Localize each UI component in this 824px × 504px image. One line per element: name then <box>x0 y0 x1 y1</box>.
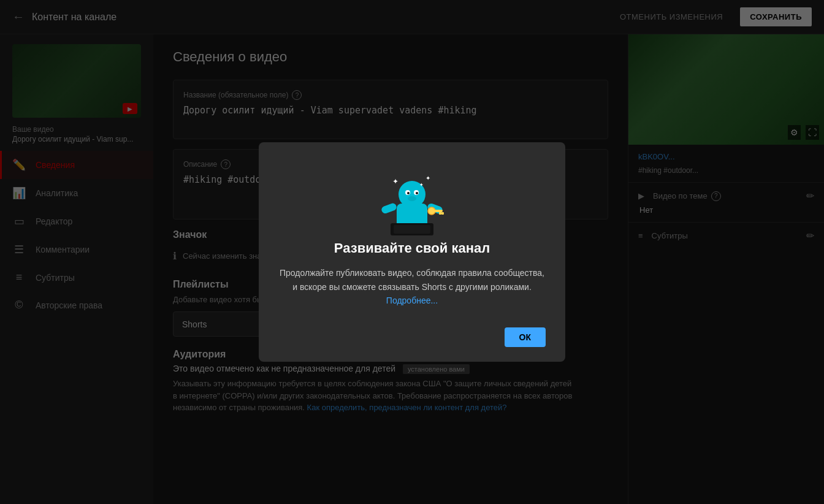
svg-rect-15 <box>441 212 444 215</box>
svg-text:✦: ✦ <box>392 177 399 186</box>
svg-rect-17 <box>394 225 430 234</box>
svg-text:✦: ✦ <box>419 182 424 188</box>
channel-growth-modal: ✦ ✦ ✦ Развивайте свой канал Продолжайте … <box>259 142 565 361</box>
svg-rect-10 <box>381 202 398 215</box>
svg-point-5 <box>416 192 418 194</box>
svg-text:✦: ✦ <box>425 175 430 181</box>
modal-learn-more-link[interactable]: Подробнее... <box>386 296 438 305</box>
modal-ok-button[interactable]: ОК <box>505 327 546 347</box>
svg-rect-13 <box>434 210 443 212</box>
modal-actions: ОК <box>278 327 546 347</box>
modal-mascot-illustration: ✦ ✦ ✦ <box>375 167 449 240</box>
modal-desc: Продолжайте публиковать видео, соблюдая … <box>278 266 546 307</box>
svg-point-4 <box>407 192 410 194</box>
modal-title: Развивайте свой канал <box>334 240 490 256</box>
svg-rect-14 <box>439 212 441 215</box>
modal-overlay: ✦ ✦ ✦ Развивайте свой канал Продолжайте … <box>0 0 824 504</box>
svg-point-6 <box>408 196 416 201</box>
